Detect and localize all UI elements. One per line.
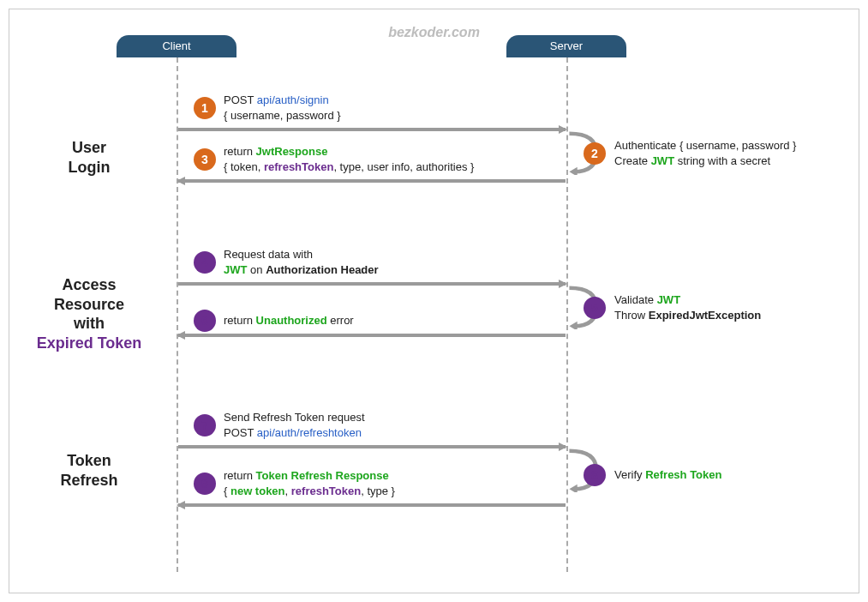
client-header: Client [117,35,236,57]
text: ExpiredJwtException [649,309,761,322]
text: on [247,263,266,276]
arrow-step-9 [178,503,566,507]
step-5-msg: Validate JWT Throw ExpiredJwtException [614,292,854,323]
phase-text: Refresh [60,472,117,489]
arrow-step-6 [178,334,566,337]
text: refreshToken [264,160,333,173]
text: Unauthorized [256,314,327,327]
text: POST [224,426,257,439]
step-2-msg: Authenticate { username, password } Crea… [614,138,854,169]
phase-text: Resource [54,296,124,313]
text: refreshToken [291,485,361,497]
step-7-badge: 7 [194,414,216,436]
text: JWT [651,154,674,167]
phase-text: User [72,139,106,156]
text: Token Refresh Response [256,469,389,482]
step-2-badge: 2 [584,142,606,165]
text: Validate [614,293,657,306]
phase-access-resource: Access Resource with Expired Token [8,275,171,352]
text: Request data with [224,248,313,261]
text: Throw [614,309,649,322]
phase-text: Login [69,159,111,176]
text: return [224,145,256,158]
step-3-msg: return JwtResponse { token, refreshToken… [224,144,566,175]
step-7-msg: Send Refresh Token request POST api/auth… [224,410,566,441]
phase-text: Token [67,452,111,469]
text: JWT [224,263,247,276]
step-8-msg: Verify Refresh Token [614,467,854,483]
svg-marker-2 [569,485,577,492]
text: api/auth/refreshtoken [257,426,362,439]
arrow-step-1 [178,128,566,131]
svg-marker-0 [569,167,577,175]
step-8-badge: 8 [584,464,606,486]
svg-marker-1 [569,322,577,329]
server-header: Server [506,35,626,57]
step-5-badge: 5 [584,297,606,319]
step-9-msg: return Token Refresh Response { new toke… [224,468,566,499]
phase-token-refresh: Token Refresh [8,451,171,490]
diagram-frame: bezkoder.com Client Server User Login Ac… [9,9,859,593]
client-lifeline [177,57,178,572]
arrow-step-7 [178,445,566,448]
step-6-badge: 6 [194,310,216,332]
text: JWT [657,293,680,306]
step-4-msg: Request data with JWT on Authorization H… [224,247,566,278]
text: Create [614,154,651,167]
arrow-step-4 [178,282,566,286]
text: new token [230,485,285,497]
text: Refresh Token [645,468,721,481]
text: { token, [224,160,264,173]
step-1-badge: 1 [194,97,216,119]
arrow-step-3 [178,179,566,183]
step-6-msg: return Unauthorized error [224,313,566,328]
text: Send Refresh Token request [224,411,365,424]
text: { username, password } [224,109,341,122]
step-9-badge: 9 [194,473,216,495]
phase-text: Access [62,276,116,293]
phase-text: with [74,315,105,332]
text: Authorization Header [266,263,378,276]
text: POST [224,93,257,106]
text: string with a secret [674,154,770,167]
text: api/auth/signin [257,93,329,106]
step-3-badge: 3 [194,148,216,171]
text: , type, user info, authorities } [333,160,474,173]
step-4-badge: 4 [194,251,216,274]
phase-text: Expired Token [37,334,142,352]
text: { [224,485,230,497]
text: , type } [361,485,395,497]
text: Verify [614,468,645,481]
text: Authenticate { username, password } [614,139,796,152]
step-1-msg: POST api/auth/signin { username, passwor… [224,93,566,123]
phase-user-login: User Login [8,138,171,177]
text: error [327,314,354,327]
text: return [224,314,256,327]
text: JwtResponse [256,145,328,158]
text: , [285,485,291,497]
text: return [224,469,256,482]
